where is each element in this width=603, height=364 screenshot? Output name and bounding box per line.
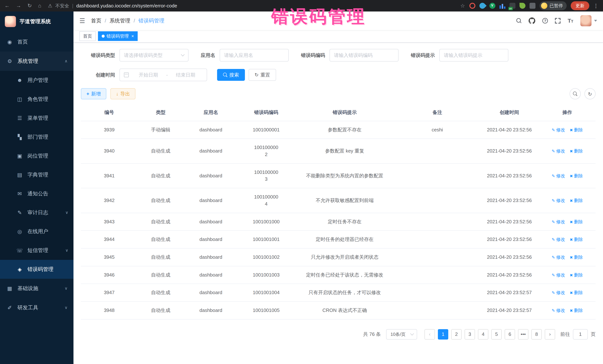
sidebar-toggle-icon[interactable]: ☰ [79, 17, 85, 24]
browser-refresh-icon[interactable]: ↻ [27, 3, 32, 8]
next-page-button[interactable]: › [545, 329, 555, 340]
cell-hint: 参数配置 key 重复 [294, 142, 395, 160]
extension-dark-icon[interactable]: on [510, 3, 515, 9]
edit-link[interactable]: 修改 [552, 289, 565, 296]
delete-icon [570, 148, 573, 154]
search-button[interactable]: 搜索 [217, 69, 245, 81]
reset-button[interactable]: 重置 [249, 69, 276, 81]
cell-type: 自动生成 [138, 192, 184, 209]
edit-link[interactable]: 修改 [552, 197, 565, 204]
sidebar-submenu-item[interactable]: 审计日志 [0, 203, 73, 222]
edit-link[interactable]: 修改 [552, 254, 565, 261]
page-button[interactable]: ••• [518, 329, 528, 340]
toggle-search-button[interactable] [570, 88, 581, 99]
breadcrumb-item[interactable]: 错误码管理 / [139, 17, 164, 24]
page-button[interactable]: 8 [531, 329, 542, 340]
help-icon[interactable] [542, 18, 548, 23]
sidebar-submenu-item[interactable]: 短信管理 [0, 241, 73, 260]
delete-link[interactable]: 删除 [570, 197, 583, 204]
browser-home-icon[interactable]: ⌂ [38, 3, 41, 8]
user-avatar[interactable] [580, 15, 597, 26]
breadcrumb-item[interactable]: 首页 / [91, 17, 109, 24]
delete-link[interactable]: 删除 [570, 148, 583, 154]
delete-link[interactable]: 删除 [570, 272, 583, 278]
edit-link[interactable]: 修改 [552, 219, 565, 225]
delete-link[interactable]: 删除 [570, 219, 583, 225]
sidebar-item-infra[interactable]: 基础设施 [0, 279, 73, 298]
current-page-button[interactable]: 1 [438, 329, 448, 340]
browser-back-icon[interactable]: ← [4, 3, 10, 8]
sidebar-submenu-item[interactable]: 错误码管理 [0, 260, 73, 279]
page-button[interactable]: 6 [505, 329, 515, 340]
submenu-item-icon [16, 77, 23, 83]
delete-link[interactable]: 删除 [570, 289, 583, 296]
tab-error-code[interactable]: 错误码管理 × [98, 31, 138, 41]
caret-down-icon [594, 20, 597, 22]
sidebar-item-home[interactable]: 首页 [0, 32, 73, 52]
refresh-table-button[interactable] [584, 88, 596, 99]
extension-target-icon[interactable] [469, 3, 475, 9]
bookmark-star-icon[interactable]: ☆ [460, 3, 465, 9]
sidebar-item-system[interactable]: 系统管理 [0, 52, 73, 71]
extension-chart-icon[interactable] [499, 3, 505, 9]
profile-paused-badge[interactable]: 已暂停 [540, 1, 567, 10]
breadcrumb-item[interactable]: 系统管理 / [109, 17, 139, 24]
tab-home[interactable]: 首页 [79, 31, 96, 41]
delete-link[interactable]: 删除 [570, 127, 583, 133]
sidebar-submenu-item[interactable]: 菜单管理 [0, 109, 73, 128]
sidebar-submenu-item[interactable]: 在线用户 [0, 222, 73, 241]
browser-update-button[interactable]: 更新 [571, 1, 589, 10]
sidebar-item-label: 研发工具 [17, 304, 38, 311]
edit-link[interactable]: 修改 [552, 272, 565, 278]
delete-link[interactable]: 删除 [570, 236, 583, 243]
cell-id: 3940 [81, 142, 138, 160]
sidebar-submenu-item[interactable]: 字典管理 [0, 165, 73, 184]
sidebar-submenu-item[interactable]: 通知公告 [0, 184, 73, 203]
page-button[interactable]: 3 [464, 329, 475, 340]
cell-time: 2021-04-20 23:52:56 [480, 249, 539, 266]
edit-link[interactable]: 修改 [552, 173, 565, 179]
github-icon[interactable] [529, 17, 535, 24]
sidebar-submenu-item[interactable]: 岗位管理 [0, 146, 73, 165]
sidebar-item-devtools[interactable]: 研发工具 [0, 298, 73, 317]
close-icon[interactable]: × [131, 33, 134, 39]
export-button[interactable]: 导出 [110, 88, 135, 99]
page-button[interactable]: 2 [451, 329, 462, 340]
delete-label: 删除 [574, 254, 583, 261]
add-button[interactable]: 新增 [81, 88, 106, 99]
sidebar-submenu-item[interactable]: 部门管理 [0, 128, 73, 146]
app-name-input[interactable] [220, 49, 289, 62]
sidebar-submenu-item[interactable]: 用户管理 [0, 71, 73, 90]
sidebar-submenu-item[interactable]: 角色管理 [0, 90, 73, 109]
edit-link[interactable]: 修改 [552, 148, 565, 154]
browser-forward-icon[interactable]: → [16, 3, 21, 8]
edit-link[interactable]: 修改 [552, 307, 565, 314]
address-bar[interactable]: ⚠ 不安全 | dashboard.yudao.iocoder.cn/syste… [48, 3, 465, 9]
fullscreen-icon[interactable] [555, 18, 560, 23]
search-icon[interactable] [516, 18, 522, 23]
annotation-overlay: 错误码管理 [271, 5, 366, 28]
page-button[interactable]: 4 [478, 329, 488, 340]
font-size-icon[interactable] [568, 18, 573, 24]
prev-page-button[interactable]: ‹ [425, 329, 435, 340]
error-code-input[interactable] [329, 49, 399, 62]
extension-v-icon[interactable] [489, 3, 495, 9]
page-size-select[interactable]: 10条/页 [386, 329, 417, 340]
not-secure-warning-icon: ⚠ [48, 3, 52, 9]
delete-link[interactable]: 删除 [570, 173, 583, 179]
error-type-select[interactable]: 请选择错误码类型 [119, 49, 188, 62]
extension-droplet-icon[interactable] [478, 1, 487, 10]
date-range-picker[interactable]: 开始日期 - 结束日期 [119, 69, 207, 81]
delete-link[interactable]: 删除 [570, 307, 583, 314]
browser-menu-icon[interactable]: ⋮ [593, 3, 599, 9]
edit-link[interactable]: 修改 [552, 236, 565, 243]
edit-link[interactable]: 修改 [552, 127, 565, 133]
extension-leaf-icon[interactable] [520, 3, 525, 9]
page-button[interactable]: 5 [491, 329, 502, 340]
error-code-table: 编号 类型 应用名 错误码编码 错误码提示 备注 创建时间 操作 3939 手动… [81, 104, 596, 320]
goto-page-input[interactable] [573, 329, 588, 340]
delete-link[interactable]: 删除 [570, 254, 583, 261]
error-hint-input[interactable] [439, 49, 508, 62]
app-logo[interactable]: 芋道管理系统 [0, 11, 73, 32]
extension-puzzle-icon[interactable] [530, 3, 535, 9]
